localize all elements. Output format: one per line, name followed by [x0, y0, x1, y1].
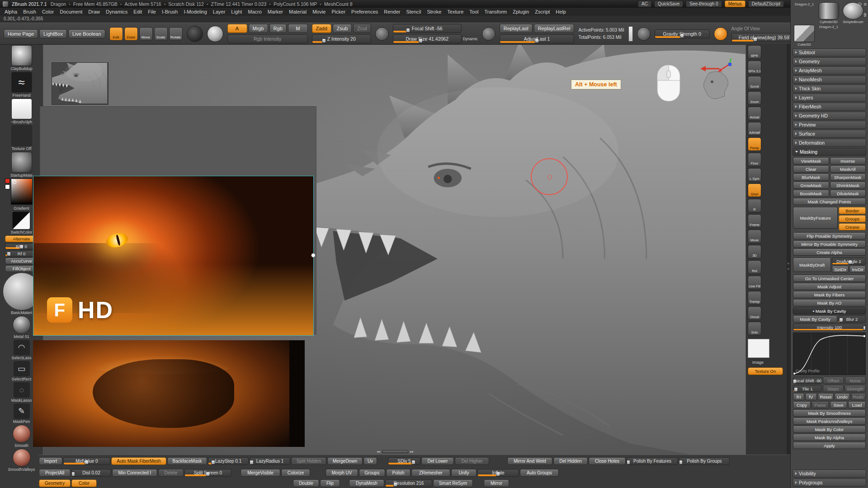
shelf-floor-button[interactable]: Floor	[748, 153, 761, 166]
menu-transform[interactable]: Transform	[485, 9, 507, 14]
item-defaultzscript[interactable]: DefaultZScript	[748, 0, 784, 7]
item-gravity-strength-0[interactable]: Gravity Strength 0	[655, 29, 710, 38]
item-steps[interactable]: Steps	[823, 385, 844, 392]
item-go-to-unmasked-center[interactable]: Go To Unmasked Center	[793, 275, 866, 282]
shelf-aahalf-button[interactable]: AAHalf	[748, 122, 761, 136]
item-replaylastrel[interactable]: ReplayLastRel	[534, 24, 575, 33]
item-colorize[interactable]: Colorize	[281, 469, 310, 477]
item-surface[interactable]: Surface	[793, 130, 866, 138]
item-reset[interactable]: Reset	[818, 393, 834, 400]
tray-item-selectrect[interactable]: ▭SelectRect	[12, 361, 32, 381]
item-mask-changed-points[interactable]: Mask Changed Points	[793, 198, 866, 205]
tray-item-metal-01[interactable]: Metal 01	[13, 316, 31, 339]
menu-alpha[interactable]: Alpha	[5, 9, 17, 14]
cylinder-thumb-icon[interactable]	[818, 2, 839, 19]
menu-color[interactable]: Color	[42, 9, 54, 14]
menu-render[interactable]: Render	[384, 9, 400, 14]
item-copy[interactable]: Copy	[793, 401, 811, 408]
gravity-icon[interactable]	[637, 27, 651, 41]
tray-item-smooth[interactable]: Smooth	[13, 425, 31, 448]
item-visibility[interactable]: Visibility	[793, 469, 866, 478]
item-paste[interactable]: Paste	[811, 401, 829, 408]
menu-icon[interactable]: ≡	[864, 1, 867, 7]
item-polish-by-features[interactable]: Polish By Features	[627, 457, 678, 465]
menu-file[interactable]: File	[148, 9, 156, 14]
item-del-higher[interactable]: Del Higher	[455, 457, 489, 465]
item-home-page[interactable]: Home Page	[4, 29, 38, 38]
item-intensity-100[interactable]: Intensity 100	[793, 324, 866, 331]
tray-item-selectlass[interactable]: ◠SelectLass	[11, 340, 31, 360]
item-zremesher[interactable]: ZRemesher	[411, 469, 450, 477]
item-masking[interactable]: Masking	[793, 148, 866, 156]
item-setdir[interactable]: SetDir	[832, 266, 849, 273]
item-nanomesh[interactable]: NanoMesh	[793, 75, 866, 84]
item-split-hidden[interactable]: Split Hidden	[291, 457, 326, 465]
item-mask-by-cavity[interactable]: Mask By Cavity	[793, 315, 837, 323]
item-split-screen-0[interactable]: Split Screen 0	[184, 469, 231, 477]
item-zsub[interactable]: Zsub	[333, 24, 352, 33]
freehand-icon[interactable]: ≈	[11, 72, 32, 93]
item-boostmask[interactable]: BoostMask	[793, 190, 829, 197]
item-fibermesh[interactable]: FiberMesh	[793, 103, 866, 111]
item-lazyradius-1[interactable]: LazyRadius 1	[250, 457, 290, 465]
item-resolution-216[interactable]: Resolution 216	[385, 479, 432, 487]
menu-brush[interactable]: Brush	[23, 9, 36, 14]
item-dilutemask[interactable]: DiluteMask	[830, 190, 866, 197]
scrub-bar[interactable]	[382, 450, 408, 453]
maskpen-icon[interactable]: ✎	[14, 404, 30, 419]
item-auto-mask-fibermesh[interactable]: Auto Mask FiberMesh	[111, 457, 166, 465]
item-smart-resym[interactable]: Smart ReSym	[433, 479, 473, 487]
item-mrgb[interactable]: Mrgb	[249, 24, 268, 33]
item-polish[interactable]: Polish	[386, 469, 410, 477]
item-layers[interactable]: Layers	[793, 94, 866, 102]
reference-resize-handle[interactable]	[311, 253, 316, 258]
item-import[interactable]: Import	[39, 457, 62, 465]
tray-item-maskpen[interactable]: ✎MaskPen	[13, 404, 30, 424]
menu-light[interactable]: Light	[231, 9, 242, 14]
item-sdiv-5[interactable]: SDiv 5	[388, 457, 420, 465]
texture-image-thumbnail[interactable]	[748, 339, 769, 358]
tool-thumb-dragon-2-1[interactable]: Dragon-2_1	[793, 2, 816, 24]
shelf-solo-button[interactable]: Solo	[748, 322, 761, 335]
shelf-frame-button[interactable]: Frame	[748, 214, 761, 228]
menu-draw[interactable]: Draw	[88, 9, 100, 14]
menu-stroke[interactable]: Stroke	[427, 9, 441, 14]
item-backfacemask[interactable]: BackfaceMask	[167, 457, 207, 465]
shelf-bpr-button[interactable]: BPR	[748, 45, 761, 59]
smooth-icon[interactable]	[13, 425, 31, 443]
item-quicksave[interactable]: QuickSave	[654, 0, 683, 7]
texture-on-button[interactable]: Texture On	[748, 367, 783, 375]
item-del-hidden[interactable]: Del Hidden	[553, 457, 588, 465]
claybuildup-icon[interactable]	[11, 45, 32, 66]
current-material-icon[interactable]	[207, 26, 223, 42]
item-fv[interactable]: fV	[805, 393, 816, 400]
item-geometry[interactable]: Geometry	[793, 57, 866, 66]
shelf-move-button[interactable]: Move	[748, 230, 761, 243]
item-apply[interactable]: Apply	[793, 442, 866, 449]
item-fh[interactable]: fH	[793, 393, 804, 400]
item-groups[interactable]: Groups	[839, 215, 866, 222]
item-growmask[interactable]: GrowMask	[793, 182, 829, 189]
shelf-r-button[interactable]: R	[748, 199, 761, 212]
item-mask-peaksandvalleys[interactable]: Mask PeaksAndValleys	[793, 418, 866, 425]
cavity-profile-curve[interactable]: Cavity Profile	[793, 333, 866, 375]
selectlass-icon[interactable]: ◠	[14, 340, 30, 355]
item-redo[interactable]: Redo	[851, 393, 866, 400]
item-color[interactable]: Color	[71, 479, 97, 487]
menu-document[interactable]: Document	[60, 9, 82, 14]
item-live-boolean[interactable]: Live Boolean	[68, 29, 105, 38]
mask-by-cavity-section[interactable]: • Mask By Cavity	[793, 307, 866, 314]
scroll-left-icon[interactable]: «	[787, 261, 789, 266]
tray-item-switchcolor[interactable]: SwitchColor	[10, 211, 32, 235]
item-edit[interactable]: Edit	[109, 27, 123, 41]
shelf-l-sym-button[interactable]: L.Sym	[748, 168, 761, 182]
item-mask-by-fibers[interactable]: Mask By Fibers	[793, 291, 866, 298]
item-close-holes[interactable]: Close Holes	[589, 457, 626, 465]
menu-edit[interactable]: Edit	[133, 9, 142, 14]
item-flip-posable-symmetry[interactable]: Flip Posable Symmetry	[793, 232, 866, 239]
item-draw-size-41-42062[interactable]: Draw Size 41.42062	[393, 34, 462, 43]
item-projectall[interactable]: ProjectAll	[39, 469, 71, 477]
selectrect-icon[interactable]: ▭	[14, 361, 30, 376]
item-move[interactable]: Move	[139, 27, 153, 41]
item-lightbox[interactable]: LightBox	[39, 29, 67, 38]
